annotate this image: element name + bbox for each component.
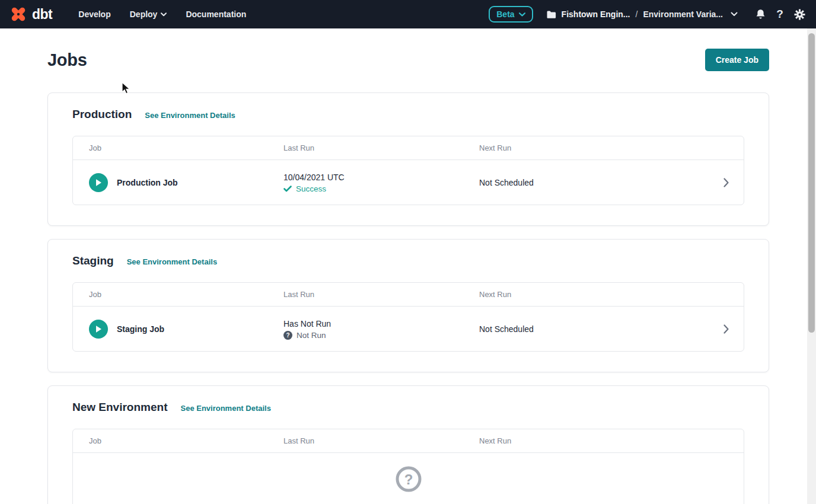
column-header-next-run: Next Run [479, 436, 708, 445]
column-header-next-run: Next Run [479, 290, 708, 299]
nav-item-deploy[interactable]: Deploy [123, 5, 174, 24]
scrollbar-thumb[interactable] [808, 33, 815, 333]
status-badge: Success [296, 184, 326, 193]
chevron-down-icon [161, 12, 167, 17]
column-header-job: Job [89, 436, 283, 445]
breadcrumb: Fishtown Engin... / Environment Varia... [546, 9, 738, 19]
dbt-logo-icon [8, 4, 28, 24]
see-environment-details-link[interactable]: See Environment Details [127, 257, 217, 266]
environment-name: Production [72, 108, 132, 121]
play-icon [95, 178, 102, 187]
see-environment-details-link[interactable]: See Environment Details [180, 404, 270, 413]
job-name: Production Job [117, 178, 178, 187]
nav-item-develop[interactable]: Develop [71, 5, 117, 24]
jobs-table: Job Last Run Next Run ? [72, 429, 744, 504]
chevron-down-icon[interactable] [731, 12, 738, 17]
status-badge: Not Run [297, 331, 326, 340]
jobs-table: Job Last Run Next Run Staging Job Has No… [72, 282, 744, 352]
environment-card-production: Production See Environment Details Job L… [47, 92, 769, 226]
jobs-page: Jobs Create Job Production See Environme… [0, 28, 816, 504]
column-header-last-run: Last Run [283, 436, 479, 445]
run-job-play-button[interactable] [89, 320, 108, 339]
environment-name: New Environment [72, 401, 167, 414]
settings-gear-icon[interactable] [793, 8, 805, 20]
success-check-icon [283, 186, 292, 192]
breadcrumb-project[interactable]: Environment Varia... [643, 9, 723, 19]
breadcrumb-account[interactable]: Fishtown Engin... [562, 9, 630, 19]
next-run-value: Not Scheduled [479, 178, 708, 187]
chevron-down-icon [519, 12, 525, 17]
last-run-date: 10/04/2021 UTC [283, 171, 479, 183]
column-header-next-run: Next Run [479, 143, 708, 152]
chevron-right-icon[interactable] [723, 178, 729, 187]
last-run-date: Has Not Run [283, 318, 479, 330]
nav-item-documentation[interactable]: Documentation [179, 5, 253, 24]
run-job-play-button[interactable] [89, 173, 108, 192]
table-header-row: Job Last Run Next Run [73, 136, 744, 160]
column-header-job: Job [89, 143, 283, 152]
see-environment-details-link[interactable]: See Environment Details [145, 111, 235, 120]
top-nav: dbt Develop Deploy Documentation Beta Fi… [0, 0, 816, 28]
notifications-bell-icon[interactable] [754, 8, 766, 20]
column-header-last-run: Last Run [283, 143, 479, 152]
next-run-value: Not Scheduled [479, 324, 708, 334]
chevron-right-icon[interactable] [723, 324, 729, 334]
table-header-row: Job Last Run Next Run [73, 283, 744, 307]
environment-card-staging: Staging See Environment Details Job Last… [47, 239, 769, 372]
column-header-job: Job [89, 290, 283, 299]
empty-state-question-circle-icon: ? [396, 466, 422, 492]
create-job-button[interactable]: Create Job [705, 49, 769, 71]
play-icon [95, 325, 102, 333]
job-row-staging-job[interactable]: Staging Job Has Not Run ? Not Run Not Sc… [73, 307, 744, 351]
beta-dropdown[interactable]: Beta [489, 6, 533, 23]
environment-name: Staging [72, 254, 114, 267]
table-header-row: Job Last Run Next Run [73, 429, 744, 453]
folder-icon [546, 10, 556, 19]
column-header-last-run: Last Run [283, 290, 479, 299]
job-row-production-job[interactable]: Production Job 10/04/2021 UTC Success No… [73, 160, 744, 205]
vertical-scrollbar[interactable] [807, 28, 816, 504]
environment-card-new-environment: New Environment See Environment Details … [47, 385, 769, 504]
jobs-table: Job Last Run Next Run Production Job 10/… [72, 136, 744, 205]
dbt-logo-text: dbt [32, 7, 52, 23]
breadcrumb-separator: / [636, 9, 638, 19]
dbt-logo[interactable]: dbt [8, 4, 52, 24]
svg-text:?: ? [404, 471, 413, 487]
job-name: Staging Job [117, 324, 164, 334]
not-run-question-icon: ? [283, 331, 292, 340]
empty-state: ? [73, 453, 744, 504]
help-icon[interactable]: ? [774, 8, 786, 20]
page-title: Jobs [47, 50, 87, 70]
